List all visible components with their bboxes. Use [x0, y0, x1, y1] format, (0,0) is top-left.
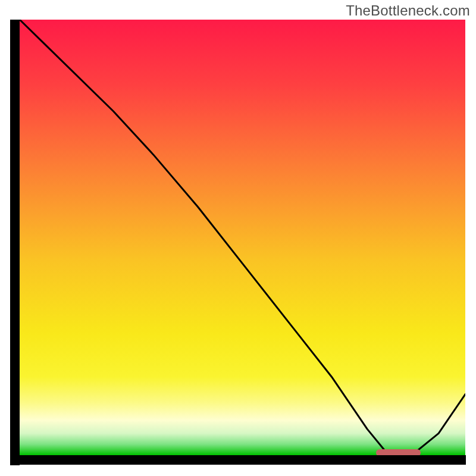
watermark-text: TheBottleneck.com	[346, 2, 470, 19]
curve-svg	[20, 20, 465, 455]
y-axis	[10, 20, 20, 465]
x-axis	[10, 455, 466, 465]
chart-container: TheBottleneck.com	[0, 0, 476, 476]
plot-area	[20, 20, 465, 455]
